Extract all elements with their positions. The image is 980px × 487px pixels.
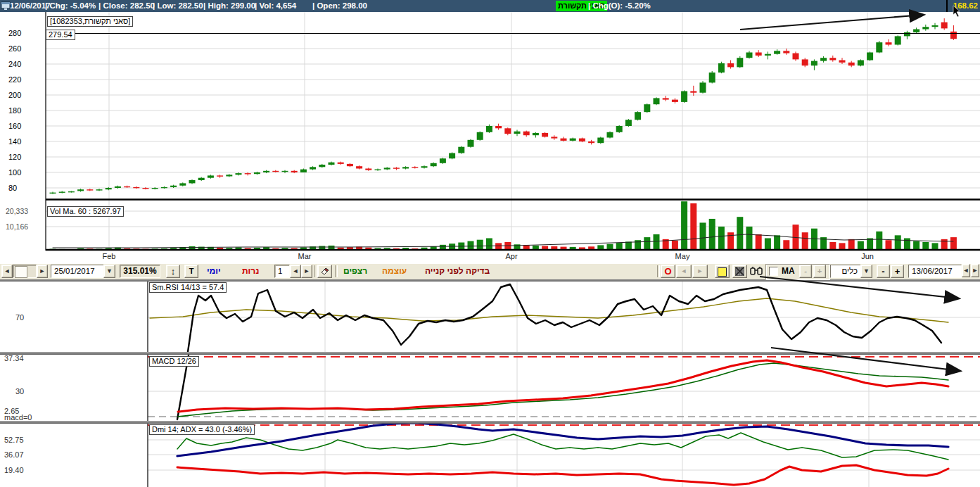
chart-toolbar: ◄ ► 25/01/2017 ▼ 315.01% ↕ T יומי נרות 1… <box>0 263 980 279</box>
quote-date: 12/06/2017 <box>10 0 51 12</box>
svg-text:Feb: Feb <box>103 252 116 260</box>
quote-vol: | Vol: 4,654 <box>255 0 296 12</box>
zoom-in-button[interactable]: + <box>891 265 904 278</box>
orders-button[interactable]: O <box>661 265 675 278</box>
chart-style-candles-button[interactable]: נרות <box>242 266 259 276</box>
quote-close: | Close: 282.50 <box>98 0 155 12</box>
quote-high: | High: 299.00 <box>203 0 255 12</box>
svg-text:Jun: Jun <box>861 252 874 260</box>
scroll-right-button[interactable]: ► <box>37 265 48 278</box>
crosshair-price-readout: 168.62 <box>946 0 980 12</box>
scrollbar-track-left[interactable] <box>13 265 37 278</box>
quote-open: | Open: 298.00 <box>312 0 367 12</box>
ma-plus-button[interactable]: + <box>813 265 826 278</box>
svg-text:280: 280 <box>8 29 21 37</box>
ma-minus-button[interactable]: - <box>799 265 812 278</box>
interval-up-button[interactable]: ► <box>301 265 312 278</box>
svg-text:120: 120 <box>8 153 21 161</box>
symbol-label-box: [1082353,סאני תקשורת] <box>47 16 133 27</box>
quote-chg-open: | Chg(O): -5.20% <box>588 0 651 12</box>
dmi-title: Dmi 14; ADX = 43.0 (-3.46%) <box>149 424 255 435</box>
strength-button[interactable]: עוצמה <box>382 266 407 276</box>
right-scroll-wrap: ◄ ► <box>962 263 980 279</box>
scroll-left-button[interactable]: ◄ <box>1 265 13 278</box>
volume-ma-label: Vol Ma. 60 : 5267.97 <box>47 206 124 217</box>
svg-text:200: 200 <box>8 91 21 99</box>
toolbar-separator <box>335 265 338 277</box>
zoom-out-button[interactable]: - <box>877 265 890 278</box>
start-date-input[interactable]: 25/01/2017 <box>51 265 104 278</box>
pan-left-button[interactable]: ◄ <box>962 264 970 277</box>
start-date-dropdown-icon[interactable]: ▼ <box>103 265 115 278</box>
toolbar-separator <box>657 265 660 277</box>
dmi-panel-canvas[interactable]: 52.7536.0719.40 <box>0 424 980 487</box>
sequences-button[interactable]: רצפים <box>343 266 367 276</box>
pre-buy-check-button[interactable]: בדיקה לפני קנייה <box>425 266 490 276</box>
svg-text:Apr: Apr <box>505 252 517 260</box>
prev-button[interactable]: ◄ <box>676 265 692 278</box>
pattern-grid-icon <box>735 267 744 276</box>
svg-text:160: 160 <box>8 122 21 130</box>
end-date-input[interactable]: 13/06/2017 <box>908 265 962 278</box>
trading-app-window: 12/06/2017 | Chg: -5.04% | Close: 282.50… <box>0 0 980 487</box>
search-binoculars-icon[interactable] <box>750 266 763 278</box>
price-level-label: 279.54 <box>46 30 75 40</box>
svg-text:240: 240 <box>8 60 21 68</box>
svg-text:37.34: 37.34 <box>4 355 24 362</box>
svg-text:macd=0: macd=0 <box>4 413 32 421</box>
svg-text:19.40: 19.40 <box>4 466 24 474</box>
interval-input[interactable]: 1 <box>274 265 290 278</box>
highlight-color-button[interactable] <box>715 265 730 278</box>
pan-right-button[interactable]: ► <box>971 264 979 277</box>
interval-down-button[interactable]: ◄ <box>290 265 301 278</box>
quote-low: | Low: 282.50 <box>153 0 203 12</box>
yellow-swatch-icon <box>718 267 727 277</box>
macd-title: MACD 12/26 <box>149 356 199 367</box>
svg-text:36.07: 36.07 <box>4 450 24 459</box>
next-button[interactable]: ► <box>692 265 708 278</box>
tools-dropdown[interactable]: כלים <box>830 265 861 278</box>
svg-text:May: May <box>675 252 690 260</box>
svg-text:260: 260 <box>8 44 21 53</box>
quote-chg: | Chg: -5.04% <box>45 0 96 12</box>
rsi-panel-canvas[interactable]: 70 <box>0 282 980 352</box>
vertical-scale-button[interactable]: ↕ <box>166 265 180 278</box>
ma-checkbox-label[interactable]: MA <box>782 266 795 276</box>
svg-text:10,166: 10,166 <box>6 222 28 231</box>
separator-macd-dmi <box>0 421 980 424</box>
svg-text:220: 220 <box>8 75 21 84</box>
price-volume-chart-canvas[interactable]: FebMarAprMayJun2802602402202001801601401… <box>0 12 980 263</box>
text-tool-button[interactable]: T <box>184 265 198 278</box>
svg-text:52.75: 52.75 <box>4 436 24 444</box>
svg-text:80: 80 <box>8 184 17 192</box>
svg-text:180: 180 <box>8 106 21 115</box>
ma-checkbox[interactable] <box>769 267 778 276</box>
svg-text:30: 30 <box>15 387 24 396</box>
eraser-button[interactable] <box>317 265 332 278</box>
macd-panel-canvas[interactable]: 37.34302.65macd=0 <box>0 355 980 421</box>
svg-text:20,333: 20,333 <box>6 207 28 215</box>
svg-text:Mar: Mar <box>298 252 312 260</box>
eraser-icon <box>319 267 330 276</box>
svg-text:70: 70 <box>15 313 24 322</box>
zoom-percent-readout: 315.01% <box>120 265 160 278</box>
pattern-grid-button[interactable] <box>732 265 747 278</box>
svg-text:140: 140 <box>8 137 21 146</box>
tools-dropdown-icon[interactable]: ▼ <box>860 265 872 278</box>
period-daily-button[interactable]: יומי <box>207 266 221 276</box>
rsi-title: Sm.RSI 14/13 = 57.4 <box>149 282 227 293</box>
svg-text:100: 100 <box>8 168 21 177</box>
quote-header-bar: 12/06/2017 | Chg: -5.04% | Close: 282.50… <box>0 0 980 12</box>
separator-rsi-macd <box>0 352 980 355</box>
